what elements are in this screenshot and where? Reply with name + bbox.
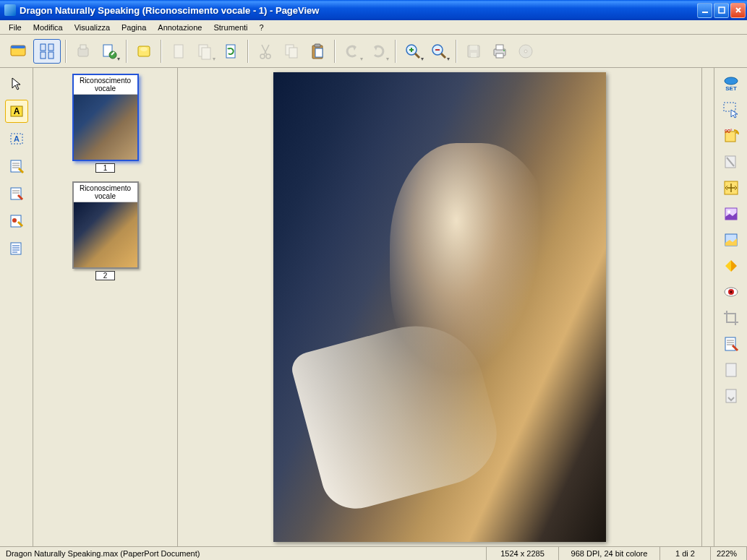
- svg-point-45: [725, 77, 738, 85]
- menu-file[interactable]: File: [3, 22, 27, 33]
- thumbnail-number: 2: [95, 271, 116, 280]
- status-zoom: 222%: [711, 547, 747, 560]
- redeye-tool[interactable]: [720, 280, 743, 303]
- svg-text:A: A: [14, 134, 20, 143]
- menu-visualizza[interactable]: Visualizza: [69, 22, 116, 33]
- paste-button[interactable]: [305, 39, 330, 64]
- svg-point-11: [109, 51, 116, 59]
- thumbnail-title: Riconoscimento vocale: [74, 75, 137, 95]
- svg-text:SET: SET: [725, 85, 737, 92]
- page-image: [273, 72, 606, 542]
- cd-button[interactable]: [513, 39, 538, 64]
- zoom-in-button[interactable]: [401, 39, 425, 64]
- cut-button[interactable]: [253, 39, 278, 64]
- svg-rect-31: [496, 45, 503, 50]
- thumbnail-image: [74, 202, 137, 267]
- pencil-tool[interactable]: [5, 182, 28, 205]
- svg-rect-44: [11, 243, 21, 254]
- scan-settings-button[interactable]: [97, 39, 121, 64]
- status-filename: Dragon Naturally Speaking.max (PaperPort…: [0, 547, 487, 560]
- svg-rect-24: [315, 48, 323, 57]
- menu-strumenti[interactable]: Strumenti: [208, 22, 253, 33]
- thumbnail-title: Riconoscimento vocale: [74, 183, 137, 202]
- svg-point-35: [524, 50, 527, 53]
- window-titlebar: Dragon Naturally Speaking (Riconosciment…: [0, 0, 747, 20]
- eraser-tool[interactable]: [5, 237, 28, 260]
- pageview-button[interactable]: [33, 39, 61, 64]
- svg-text:A: A: [13, 106, 20, 116]
- redo-button[interactable]: [366, 39, 390, 64]
- page-canvas[interactable]: [178, 68, 701, 546]
- stamp-tool[interactable]: [5, 210, 28, 233]
- svg-rect-16: [202, 48, 210, 59]
- menu-annotazione[interactable]: Annotazione: [152, 22, 208, 33]
- enhance-tool[interactable]: [720, 202, 743, 225]
- page-new-button[interactable]: [166, 39, 191, 64]
- thumbnail-page-1[interactable]: Riconoscimento vocale 1: [39, 74, 171, 173]
- svg-text:90°: 90°: [725, 129, 733, 134]
- desktop-button[interactable]: [4, 39, 32, 64]
- menu-modifica[interactable]: Modifica: [27, 22, 69, 33]
- maximize-button[interactable]: [714, 3, 729, 18]
- convert-tool[interactable]: [720, 384, 743, 408]
- svg-point-33: [503, 50, 505, 51]
- svg-rect-28: [470, 46, 477, 50]
- color-tool[interactable]: [720, 228, 743, 251]
- page-recycle-button[interactable]: [218, 39, 243, 64]
- svg-rect-58: [725, 337, 735, 350]
- straighten-tool[interactable]: [720, 150, 743, 173]
- svg-rect-14: [174, 45, 183, 58]
- svg-point-53: [727, 210, 730, 213]
- main-toolbar: [0, 35, 747, 68]
- status-dimensions: 1524 x 2285: [487, 547, 559, 560]
- ocr-tool[interactable]: [720, 358, 743, 382]
- crop-tool[interactable]: [720, 306, 743, 329]
- pointer-tool[interactable]: [5, 72, 28, 95]
- svg-point-13: [140, 47, 148, 51]
- work-area: A A Riconoscimento vocale 1 Riconoscimen…: [0, 68, 747, 546]
- rotate-tool[interactable]: 90°: [720, 124, 743, 147]
- menu-pagina[interactable]: Pagina: [116, 22, 152, 33]
- note-button[interactable]: [132, 39, 156, 64]
- app-icon: [4, 4, 16, 16]
- undo-button[interactable]: [340, 39, 364, 64]
- svg-rect-47: [724, 103, 735, 111]
- set-tool[interactable]: SET: [720, 72, 743, 95]
- thumbnail-number: 1: [95, 163, 116, 173]
- svg-rect-6: [40, 52, 46, 59]
- svg-rect-7: [48, 52, 54, 59]
- select-rect-tool[interactable]: [720, 98, 743, 121]
- vertical-scrollbar[interactable]: [701, 68, 714, 546]
- thumbnail-image: [74, 95, 137, 160]
- svg-rect-9: [80, 45, 86, 49]
- zoom-out-button[interactable]: [427, 39, 451, 64]
- print-button[interactable]: [487, 39, 512, 64]
- select-area-tool[interactable]: A: [5, 127, 28, 150]
- page-add-button[interactable]: [192, 39, 217, 64]
- sharpen-tool[interactable]: [720, 254, 743, 277]
- menu-help[interactable]: ?: [254, 22, 270, 33]
- svg-rect-3: [11, 46, 25, 48]
- window-title: Dragon Naturally Speaking (Riconosciment…: [20, 5, 697, 16]
- minimize-button[interactable]: [697, 3, 712, 18]
- svg-rect-32: [496, 53, 503, 58]
- thumbnail-page-2[interactable]: Riconoscimento vocale 2: [39, 181, 171, 280]
- scan-button[interactable]: [71, 39, 95, 64]
- highlight-tool[interactable]: [5, 155, 28, 178]
- left-toolbar: A A: [0, 68, 33, 546]
- svg-rect-29: [471, 53, 477, 57]
- resize-tool[interactable]: [720, 176, 743, 199]
- svg-point-57: [730, 291, 732, 293]
- save-button[interactable]: [461, 39, 486, 64]
- close-button[interactable]: [730, 3, 746, 18]
- thumbnail-panel: Riconoscimento vocale 1 Riconoscimento v…: [33, 68, 178, 546]
- svg-rect-23: [315, 44, 320, 47]
- text-annotation-tool[interactable]: A: [5, 100, 28, 123]
- svg-rect-0: [702, 12, 708, 13]
- status-page: 1 di 2: [660, 547, 711, 560]
- copy-button[interactable]: [279, 39, 304, 64]
- page-edit-tool[interactable]: [720, 332, 743, 356]
- svg-rect-59: [726, 363, 736, 376]
- statusbar: Dragon Naturally Speaking.max (PaperPort…: [0, 546, 747, 560]
- svg-rect-1: [719, 7, 725, 13]
